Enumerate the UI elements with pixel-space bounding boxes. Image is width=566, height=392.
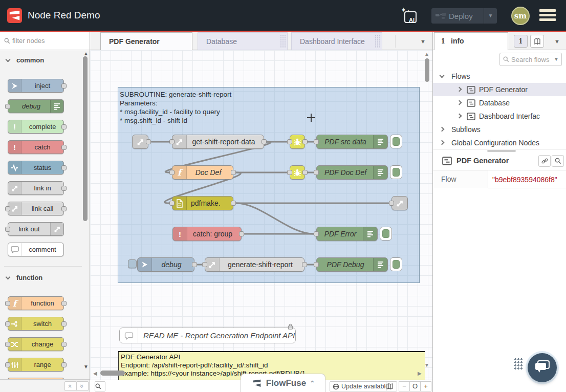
palette-node-comment[interactable]: comment [8, 243, 64, 256]
tab-pdf-generator[interactable]: PDF Generator [100, 32, 192, 50]
port[interactable] [61, 83, 67, 89]
debug-toggle-button[interactable] [390, 165, 402, 179]
palette-node-function[interactable]: f function [8, 296, 64, 310]
port[interactable] [231, 201, 236, 206]
help-book-button[interactable] [530, 35, 544, 48]
tree-item-subflows[interactable]: Subflows [433, 123, 566, 136]
deploy-button[interactable]: Deploy ▼ [431, 8, 497, 24]
palette-node-catch[interactable]: ! catch [8, 140, 64, 154]
port[interactable] [169, 170, 175, 175]
port[interactable] [231, 170, 236, 175]
palette-node-switch[interactable]: switch [8, 317, 64, 331]
copy-link-button[interactable] [538, 155, 551, 167]
navigator-button[interactable] [386, 381, 397, 391]
node-catch-group[interactable]: ! catch: group [172, 227, 242, 241]
canvas-search-button[interactable] [95, 381, 105, 391]
widget-drag-dots[interactable] [514, 358, 523, 369]
node-get-shift-report-data[interactable]: get-shift-report-data [172, 135, 264, 149]
port[interactable] [5, 321, 10, 326]
node-pdf-doc-def[interactable]: PDF Doc Def [316, 165, 388, 180]
palette-filter[interactable]: filter nodes [0, 32, 90, 50]
node-debug-inject[interactable]: debug [137, 257, 194, 272]
tree-item-flows[interactable]: Flows [433, 70, 566, 83]
ai-assistant-button[interactable]: ✦ ✦ AI [403, 8, 418, 24]
port[interactable] [61, 301, 67, 306]
palette-node-link-out[interactable]: link out [8, 222, 64, 236]
node-doc-def[interactable]: f Doc Def [172, 165, 233, 180]
port[interactable] [314, 139, 319, 144]
port[interactable] [287, 139, 292, 144]
port[interactable] [61, 206, 67, 211]
node-pdf-src-data[interactable]: PDF src data [316, 135, 388, 149]
tab-list-caret[interactable]: ▼ [420, 38, 426, 45]
palette-node-range[interactable]: range [8, 358, 64, 372]
node-link-out[interactable] [391, 196, 408, 210]
port[interactable] [5, 301, 10, 306]
port[interactable] [5, 227, 10, 232]
user-avatar[interactable]: sm [511, 7, 530, 25]
port[interactable] [61, 124, 67, 129]
port[interactable] [5, 206, 10, 211]
sidebar-caret[interactable]: ▼ [554, 38, 560, 45]
inject-run-button[interactable] [128, 259, 137, 268]
palette-node-inject[interactable]: inject [8, 79, 64, 93]
port[interactable] [169, 201, 175, 206]
node-generate-shift-report[interactable]: generate-shift-report [205, 257, 304, 272]
port[interactable] [5, 104, 10, 109]
port[interactable] [287, 170, 292, 175]
palette-category-function[interactable]: function [0, 272, 82, 284]
palette-node-change[interactable]: change [8, 337, 64, 351]
port[interactable] [302, 170, 308, 175]
main-menu-button[interactable] [539, 9, 556, 23]
node-link-in[interactable] [132, 135, 148, 149]
info-view-button[interactable]: i [514, 35, 528, 48]
expand-all-button[interactable]: » [76, 381, 89, 391]
flowfuse-panel-tab[interactable]: FlowFuse ⌃ [241, 374, 325, 392]
palette-node-complete[interactable]: ! complete [8, 120, 64, 134]
port[interactable] [202, 262, 207, 267]
port[interactable] [61, 165, 67, 170]
tab-database[interactable]: Database [198, 32, 288, 50]
vertical-scrollbar[interactable] [425, 58, 429, 82]
update-available-badge[interactable]: Update available [330, 381, 393, 391]
port[interactable] [61, 321, 67, 326]
node-pdfmake[interactable]: pdfmake. [172, 196, 233, 210]
port[interactable] [192, 262, 197, 267]
debug-toggle-button[interactable] [390, 257, 402, 271]
port[interactable] [5, 342, 10, 347]
palette-scrollbar[interactable] [83, 56, 88, 221]
debug-toggle-button[interactable] [380, 227, 392, 241]
node-readme-comment[interactable]: READ ME - Report Generation Endpoint API [119, 328, 296, 343]
port[interactable] [314, 170, 319, 175]
port[interactable] [314, 262, 319, 267]
port[interactable] [302, 262, 307, 267]
flow-id-value[interactable]: "b9ebf893594086f8" [492, 176, 557, 184]
tree-item-global-config[interactable]: Global Configuration Nodes [433, 136, 566, 149]
palette-node-status[interactable]: status [8, 161, 64, 175]
zoom-reset-button[interactable]: O [409, 381, 421, 391]
zoom-in-button[interactable]: + [420, 381, 431, 391]
horizontal-scrollbar[interactable] [100, 371, 125, 376]
palette-node-link-call[interactable]: link call [8, 202, 64, 215]
flow-canvas[interactable]: SUBROUTINE: generate-shift-report Parame… [90, 50, 432, 380]
tree-item-dashboard-interface[interactable]: Dashboard Interfac [433, 110, 566, 123]
port[interactable] [61, 186, 67, 191]
port[interactable] [239, 231, 244, 236]
port[interactable] [302, 139, 308, 144]
port[interactable] [389, 201, 394, 206]
palette-node-debug[interactable]: debug [8, 99, 64, 113]
port[interactable] [61, 145, 67, 150]
palette-node-link-in[interactable]: link in [8, 181, 64, 195]
deploy-caret[interactable]: ▼ [484, 8, 497, 24]
node-pdf-debug[interactable]: PDF Debug [316, 257, 388, 272]
debug-toggle-button[interactable] [390, 135, 402, 148]
zoom-out-button[interactable]: − [399, 381, 410, 391]
port[interactable] [169, 139, 175, 144]
palette-category-common[interactable]: common [0, 54, 82, 67]
search-flows-input[interactable]: Search flows ▼ [499, 53, 562, 66]
tab-dashboard-interface[interactable]: Dashboard Interface [291, 32, 382, 50]
port[interactable] [262, 139, 267, 144]
tree-item-pdf-generator[interactable]: PDF Generator [433, 83, 566, 96]
node-pdf-error[interactable]: PDF Error [316, 227, 378, 241]
chat-widget-button[interactable] [528, 353, 557, 382]
